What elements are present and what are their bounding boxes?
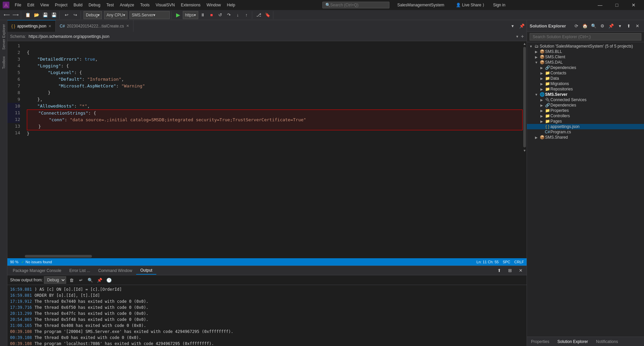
forward-button[interactable]: ⟶ (11, 11, 19, 19)
se-options-button[interactable]: ▾ (616, 22, 624, 30)
bookmark-button[interactable]: 🔖 (264, 11, 272, 19)
tree-sms-server-appsettings[interactable]: { } appsettings.json (527, 124, 644, 129)
output-filter-button[interactable]: 🔍 (86, 276, 94, 284)
git-button[interactable]: ⎇ (255, 11, 263, 19)
editor-vertical-scrollbar[interactable]: ▲ ▼ (523, 41, 527, 254)
sms-bll-expand[interactable]: ▶ (534, 50, 539, 54)
scroll-thumb[interactable] (523, 47, 526, 147)
tree-sms-shared[interactable]: ▶ 📦 SMS.Shared (527, 135, 644, 140)
step-out-button[interactable]: ↑ (243, 11, 251, 19)
tree-sms-dal-contacts[interactable]: ▶ 📁 Contacts (527, 70, 644, 76)
se-tab-notifications[interactable]: Notifications (592, 338, 622, 345)
se-sync-button[interactable]: ⟳ (572, 22, 580, 30)
tree-sms-dal[interactable]: ▼ 📦 SMS.DAL (527, 60, 644, 65)
se-tab-properties[interactable]: Properties (527, 338, 553, 345)
search-input[interactable] (330, 3, 377, 7)
output-content[interactable]: 16:59.881 ) AS [c] ON [o].[Id] = [c].[Or… (7, 285, 527, 346)
sms-shared-expand[interactable]: ▶ (534, 136, 539, 139)
menu-view[interactable]: View (38, 1, 52, 9)
sms-server-props-expand[interactable]: ▶ (539, 109, 544, 113)
tab-appsettings[interactable]: { } appsettings.json ✕ (7, 20, 56, 32)
sms-server-pages-expand[interactable]: ▶ (539, 120, 544, 123)
step-over-button[interactable]: ↷ (225, 11, 233, 19)
menu-visualsvn[interactable]: VisualSVN (153, 1, 177, 9)
tree-sms-server-program[interactable]: C# Program.cs (527, 129, 644, 135)
menu-edit[interactable]: Edit (24, 1, 37, 9)
sms-dal-repos-expand[interactable]: ▶ (539, 87, 544, 91)
se-pin-button[interactable]: 📌 (607, 22, 615, 30)
menu-tools[interactable]: Tools (138, 1, 152, 9)
redo-button[interactable]: ↪ (71, 11, 79, 19)
run-button[interactable]: ▶ (174, 11, 182, 19)
sms-server-deps-expand[interactable]: ▶ (539, 103, 544, 107)
toolbox-tab[interactable]: Toolbox (0, 54, 7, 72)
project-dropdown[interactable]: SMS.Server ▾ (129, 11, 170, 19)
menu-test[interactable]: Test (104, 1, 116, 9)
undo-button[interactable]: ↩ (62, 11, 70, 19)
open-button[interactable]: 📂 (33, 11, 41, 19)
tree-sms-dal-repos[interactable]: ▶ 📁 Repositories (527, 86, 644, 92)
horizontal-scrollbar[interactable] (7, 254, 527, 258)
scroll-up-button[interactable]: ▲ (523, 42, 526, 46)
output-source-select[interactable]: Debug (44, 276, 66, 284)
solution-expand-icon[interactable]: ▼ (528, 45, 534, 48)
se-search-input[interactable] (530, 33, 641, 41)
tree-sms-dal-migrations[interactable]: ▶ 📁 Migrations (527, 81, 644, 86)
sign-in-label[interactable]: Sign in (490, 3, 508, 7)
close-button[interactable]: ✕ (626, 0, 641, 10)
se-close-button[interactable]: ✕ (633, 22, 641, 30)
save-button[interactable]: 💾 (41, 11, 49, 19)
se-tab-solution-explorer[interactable]: Solution Explorer (553, 338, 592, 345)
tree-sms-server-deps[interactable]: ▶ 🔗 Dependencies (527, 102, 644, 108)
platform-dropdown[interactable]: Any CPU ▾ (104, 11, 127, 19)
new-project-button[interactable]: 📋 (24, 11, 32, 19)
zoom-indicator[interactable]: 90 % (10, 260, 18, 264)
tab-command-window[interactable]: Command Window (94, 267, 136, 274)
tree-sms-server-props[interactable]: ▶ 📁 Properties (527, 108, 644, 113)
menu-window[interactable]: Window (204, 1, 224, 9)
tree-sms-dal-data[interactable]: ▶ 📁 Data (527, 76, 644, 81)
global-search[interactable]: 🔍 (322, 2, 389, 8)
tab-output[interactable]: Output (136, 267, 156, 275)
code-content[interactable]: { "DetailedErrors": true, "Logging": { "… (24, 41, 523, 254)
maximize-button[interactable]: □ (609, 0, 625, 10)
output-dock-button[interactable]: ⊞ (505, 265, 515, 276)
sms-client-expand[interactable]: ▶ (534, 55, 539, 59)
run-url-dropdown[interactable]: https ▾ (183, 11, 198, 19)
output-close-button[interactable]: ✕ (516, 265, 525, 276)
tab-error-list[interactable]: Error List ... (65, 267, 94, 274)
tree-sms-server-controllers[interactable]: ▶ 📁 Controllers (527, 113, 644, 119)
line-11[interactable]: "conn": "data source=.;initial catalog=S… (27, 117, 523, 123)
tab-overflow-button[interactable]: ▾ (508, 20, 517, 32)
save-all-button[interactable]: 💾 (50, 11, 58, 19)
scroll-down-button[interactable]: ▼ (523, 149, 526, 152)
tree-sms-server-pages[interactable]: ▶ 📁 Pages (527, 119, 644, 124)
stop-button[interactable]: ■ (208, 11, 216, 19)
live-share-button[interactable]: 👤 Live Share ⟩ (452, 1, 488, 9)
sms-dal-deps-expand[interactable]: ▶ (539, 66, 544, 70)
output-pin-button[interactable]: 📌 (96, 276, 104, 284)
output-wrap-button[interactable]: ↵ (77, 276, 85, 284)
se-filter-button[interactable]: 🔍 (590, 22, 598, 30)
menu-help[interactable]: Help (224, 1, 238, 9)
sms-server-controllers-expand[interactable]: ▶ (539, 114, 544, 118)
tree-sms-server[interactable]: ▼ 🌐 SMS.Server (527, 92, 644, 97)
sms-dal-expand[interactable]: ▼ (534, 61, 539, 64)
se-home-button[interactable]: 🏠 (581, 22, 589, 30)
sms-server-connected-expand[interactable]: ▶ (539, 98, 544, 102)
back-button[interactable]: ⟵ (3, 11, 11, 19)
se-float-button[interactable]: ⬆ (625, 22, 633, 30)
server-explorer-tab[interactable]: Server Explorer (0, 21, 7, 52)
menu-project[interactable]: Project (52, 1, 70, 9)
output-timestamp-button[interactable]: 🕐 (105, 276, 113, 284)
tab-appsettings-close[interactable]: ✕ (48, 24, 51, 28)
tab-migration-close[interactable]: ✕ (126, 24, 129, 28)
config-dropdown[interactable]: Debug ▾ (84, 11, 102, 19)
sms-dal-data-expand[interactable]: ▶ (539, 77, 544, 80)
tree-sms-client[interactable]: ▶ 📦 SMS.Client (527, 54, 644, 60)
schema-add-icon[interactable]: + (521, 33, 524, 40)
output-clear-button[interactable]: 🗑 (67, 276, 75, 284)
restart-button[interactable]: ↺ (216, 11, 224, 19)
sms-dal-migrations-expand[interactable]: ▶ (539, 82, 544, 86)
tree-sms-dal-deps[interactable]: ▶ 🔗 Dependencies (527, 65, 644, 70)
